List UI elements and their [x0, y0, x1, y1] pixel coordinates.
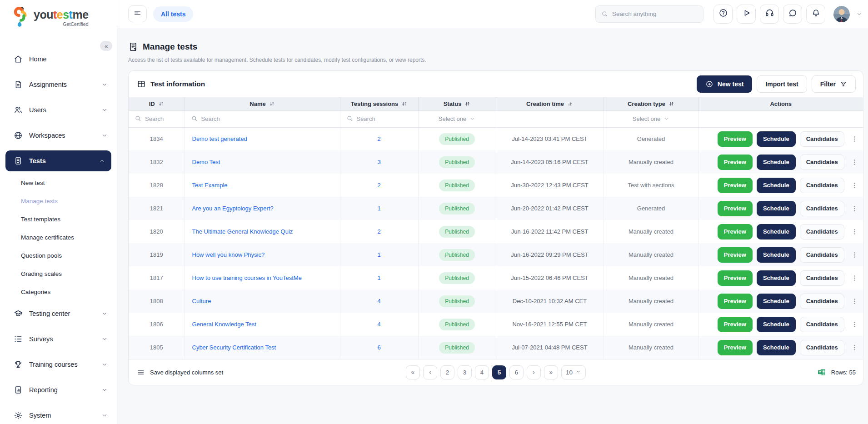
testing-sessions-link[interactable]: 1: [377, 251, 380, 258]
sidebar-item-reporting[interactable]: Reporting: [0, 377, 117, 403]
row-menu-kebab-icon[interactable]: [851, 135, 858, 143]
page-3-button[interactable]: 3: [458, 365, 472, 379]
page-size-select[interactable]: 10: [561, 365, 586, 379]
preview-button[interactable]: Preview: [718, 317, 753, 332]
test-name-link[interactable]: Cyber Security Certification Test: [192, 344, 276, 351]
sidebar-item-users[interactable]: Users: [0, 97, 117, 123]
global-search[interactable]: [595, 5, 703, 23]
sidebar-item-testing-center[interactable]: Testing center: [0, 301, 117, 326]
testing-sessions-link[interactable]: 4: [377, 321, 380, 328]
row-menu-kebab-icon[interactable]: [851, 181, 858, 189]
page-6-button[interactable]: 6: [509, 365, 524, 379]
candidates-button[interactable]: Candidates: [800, 247, 844, 263]
new-test-button[interactable]: New test: [697, 75, 753, 93]
preview-button[interactable]: Preview: [718, 294, 753, 309]
avatar[interactable]: [833, 6, 850, 22]
user-menu-caret-icon[interactable]: [856, 11, 863, 17]
schedule-button[interactable]: Schedule: [757, 317, 796, 332]
sidebar-subitem-manage-tests[interactable]: Manage tests: [0, 192, 117, 210]
schedule-button[interactable]: Schedule: [757, 247, 796, 263]
candidates-button[interactable]: Candidates: [800, 294, 844, 309]
row-menu-kebab-icon[interactable]: [851, 205, 858, 212]
preview-button[interactable]: Preview: [718, 178, 753, 193]
chat-button[interactable]: [783, 5, 802, 24]
testing-sessions-link[interactable]: 1: [377, 274, 380, 281]
menu-toggle-button[interactable]: [128, 5, 147, 22]
candidates-button[interactable]: Candidates: [800, 155, 844, 170]
preview-button[interactable]: Preview: [718, 247, 753, 263]
sidebar-item-system[interactable]: System: [0, 403, 117, 424]
sidebar-collapse-button[interactable]: «: [100, 41, 112, 51]
support-button[interactable]: [760, 5, 779, 24]
schedule-button[interactable]: Schedule: [757, 224, 796, 239]
sidebar-subitem-grading-scales[interactable]: Grading scales: [0, 264, 117, 283]
schedule-button[interactable]: Schedule: [757, 294, 796, 309]
test-name-link[interactable]: How well you know Physic?: [192, 251, 265, 258]
first-page-button[interactable]: «: [406, 365, 420, 379]
column-header-creation-type[interactable]: Creation type: [604, 97, 698, 110]
row-menu-kebab-icon[interactable]: [851, 344, 858, 351]
name-filter[interactable]: [185, 115, 340, 123]
export-excel-icon[interactable]: [817, 368, 826, 377]
sidebar-item-training-courses[interactable]: Training courses: [0, 352, 117, 377]
page-5-button[interactable]: 5: [492, 365, 506, 379]
name-filter-input[interactable]: [201, 115, 313, 122]
preview-button[interactable]: Preview: [718, 270, 753, 286]
schedule-button[interactable]: Schedule: [757, 131, 796, 147]
schedule-button[interactable]: Schedule: [757, 340, 796, 355]
id-filter[interactable]: [129, 115, 185, 123]
preview-button[interactable]: Preview: [718, 224, 753, 239]
row-menu-kebab-icon[interactable]: [851, 297, 858, 305]
save-columns-button[interactable]: Save displayed columns set: [137, 368, 223, 376]
prev-page-button[interactable]: ‹: [423, 365, 437, 379]
schedule-button[interactable]: Schedule: [757, 270, 796, 286]
candidates-button[interactable]: Candidates: [800, 178, 844, 193]
row-menu-kebab-icon[interactable]: [851, 320, 858, 328]
schedule-button[interactable]: Schedule: [757, 178, 796, 193]
test-name-link[interactable]: Demo Test: [192, 159, 220, 165]
candidates-button[interactable]: Candidates: [800, 270, 844, 286]
notifications-button[interactable]: [806, 5, 825, 24]
test-name-link[interactable]: How to use training courses in YouTestMe: [192, 274, 302, 281]
column-header-id[interactable]: ID: [129, 97, 185, 110]
column-header-name[interactable]: Name: [185, 97, 340, 110]
filter-button[interactable]: Filter: [812, 75, 856, 93]
candidates-button[interactable]: Candidates: [800, 340, 844, 355]
sidebar-subitem-test-templates[interactable]: Test templates: [0, 210, 117, 228]
candidates-button[interactable]: Candidates: [800, 201, 844, 216]
test-name-link[interactable]: Are you an Egyptology Expert?: [192, 205, 274, 212]
sidebar-item-workspaces[interactable]: Workspaces: [0, 123, 117, 148]
sidebar-item-assignments[interactable]: Assignments: [0, 72, 117, 97]
breadcrumb[interactable]: All tests: [153, 6, 193, 22]
testing-sessions-link[interactable]: 1: [377, 205, 380, 212]
preview-button[interactable]: Preview: [718, 155, 753, 170]
import-test-button[interactable]: Import test: [757, 75, 807, 93]
preview-button[interactable]: Preview: [718, 340, 753, 355]
column-header-status[interactable]: Status: [418, 97, 496, 110]
sidebar-item-tests[interactable]: Tests: [5, 150, 111, 171]
sidebar-item-home[interactable]: Home: [0, 46, 117, 72]
test-name-link[interactable]: Test Example: [192, 182, 228, 189]
id-filter-input[interactable]: [145, 115, 182, 122]
sidebar-subitem-manage-certificates[interactable]: Manage certificates: [0, 228, 117, 246]
column-header-creation-time[interactable]: Creation time: [496, 97, 604, 110]
row-menu-kebab-icon[interactable]: [851, 228, 858, 235]
preview-button[interactable]: Preview: [718, 131, 753, 147]
help-button[interactable]: [713, 5, 733, 24]
candidates-button[interactable]: Candidates: [800, 317, 844, 332]
row-menu-kebab-icon[interactable]: [851, 251, 858, 259]
sessions-filter[interactable]: [340, 115, 418, 123]
testing-sessions-link[interactable]: 2: [377, 182, 380, 189]
candidates-button[interactable]: Candidates: [800, 224, 844, 239]
sidebar-subitem-new-test[interactable]: New test: [0, 174, 117, 192]
page-2-button[interactable]: 2: [440, 365, 454, 379]
testing-sessions-link[interactable]: 3: [377, 159, 380, 165]
sessions-filter-input[interactable]: [357, 115, 411, 122]
row-menu-kebab-icon[interactable]: [851, 274, 858, 282]
testing-sessions-link[interactable]: 2: [377, 135, 380, 142]
candidates-button[interactable]: Candidates: [800, 131, 844, 147]
status-filter-select[interactable]: Select one: [419, 115, 496, 122]
preview-button[interactable]: Preview: [718, 201, 753, 216]
last-page-button[interactable]: »: [544, 365, 558, 379]
sidebar-subitem-question-pools[interactable]: Question pools: [0, 246, 117, 264]
